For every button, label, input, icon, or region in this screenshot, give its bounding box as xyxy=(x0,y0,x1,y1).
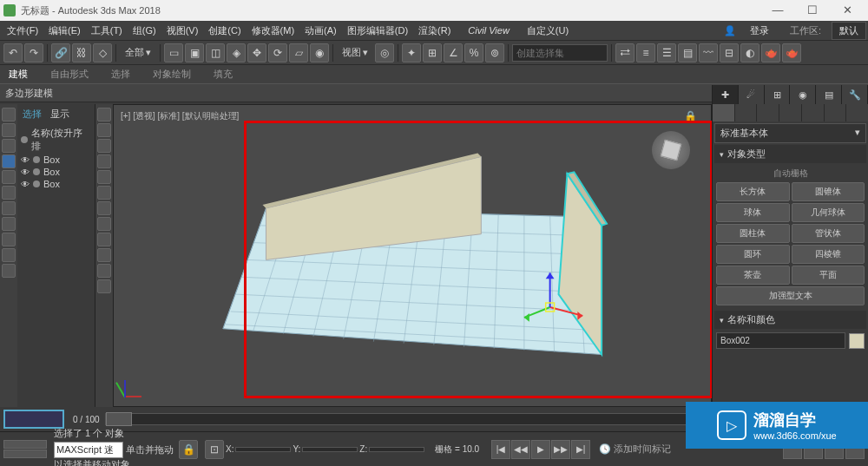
move-button[interactable]: ✥ xyxy=(247,43,266,62)
cmd-tab-display[interactable]: ▤ xyxy=(816,85,842,104)
bind-button[interactable]: ◇ xyxy=(93,43,112,62)
scene-item[interactable]: 👁 Box xyxy=(19,178,93,190)
z-input[interactable] xyxy=(369,447,424,452)
menu-file[interactable]: 文件(F) xyxy=(2,24,43,37)
setkey-button[interactable] xyxy=(3,440,47,449)
viewport-label[interactable]: [+] [透视] [标准] [默认明暗处理] xyxy=(121,110,239,122)
disp-6[interactable] xyxy=(97,186,111,200)
tool-9[interactable] xyxy=(2,233,16,246)
minimize-button[interactable]: — xyxy=(760,1,795,20)
align-button[interactable]: ≡ xyxy=(636,43,655,62)
tool-layers[interactable] xyxy=(2,123,16,137)
render-button[interactable]: 🫖 xyxy=(782,43,801,62)
y-input[interactable] xyxy=(302,447,358,452)
menu-render[interactable]: 渲染(R) xyxy=(413,24,456,37)
primitive-dropdown[interactable]: 标准基本体▾ xyxy=(714,123,866,143)
prim-textplus[interactable]: 加强型文本 xyxy=(716,286,865,305)
tool-hier[interactable] xyxy=(2,139,16,153)
ref-coord-dropdown[interactable]: 视图▾ xyxy=(337,46,373,59)
maximize-button[interactable]: ☐ xyxy=(795,1,830,20)
render-setup-button[interactable]: 🫖 xyxy=(761,43,780,62)
eye-icon[interactable]: 👁 xyxy=(21,155,30,165)
tool-8[interactable] xyxy=(2,217,16,231)
scene-item[interactable]: 👁 Box xyxy=(19,166,93,178)
material-editor-button[interactable]: ◐ xyxy=(740,43,760,62)
schematic-button[interactable]: ⊟ xyxy=(720,43,739,62)
sub-space[interactable] xyxy=(825,104,846,121)
scene-item[interactable]: 👁 Box xyxy=(19,154,93,166)
unlink-button[interactable]: ⛓ xyxy=(72,43,91,62)
select-button[interactable]: ▭ xyxy=(164,43,183,62)
menu-create[interactable]: 创建(C) xyxy=(203,24,246,37)
time-handle[interactable] xyxy=(106,412,132,426)
ribbon-tab-objpaint[interactable]: 对象绘制 xyxy=(149,66,194,82)
filter-dropdown[interactable]: 全部▾ xyxy=(120,46,156,59)
menu-civil[interactable]: Civil View xyxy=(463,25,514,36)
curve-editor-button[interactable]: 〰 xyxy=(699,43,718,62)
disp-12[interactable] xyxy=(97,279,111,293)
disp-2[interactable] xyxy=(97,123,111,137)
cmd-tab-modify[interactable]: ☄ xyxy=(739,85,765,104)
menu-modifier[interactable]: 修改器(M) xyxy=(247,24,300,37)
ribbon-tab-selection[interactable]: 选择 xyxy=(108,66,134,82)
tool-11[interactable] xyxy=(2,264,16,278)
prim-torus[interactable]: 圆环 xyxy=(716,245,790,264)
select-rect-button[interactable]: ▣ xyxy=(185,43,204,62)
maxscript-input[interactable]: MAXScript 迷 xyxy=(54,442,123,458)
goto-end-button[interactable]: ▶| xyxy=(571,440,590,459)
disp-1[interactable] xyxy=(97,108,111,121)
tool-select[interactable] xyxy=(2,108,16,121)
lock-icon[interactable]: 🔒 xyxy=(684,110,697,122)
manip-button[interactable]: ✦ xyxy=(402,43,421,62)
viewport[interactable]: [+] [透视] [标准] [默认明暗处理] 🔒 xyxy=(113,104,712,407)
prim-teapot[interactable]: 茶壶 xyxy=(716,266,790,285)
cmd-tab-hierarchy[interactable]: ⊞ xyxy=(765,85,791,104)
disp-10[interactable] xyxy=(97,248,111,262)
menu-group[interactable]: 组(G) xyxy=(128,24,161,37)
select-crossing-button[interactable]: ◈ xyxy=(227,43,246,62)
disp-7[interactable] xyxy=(97,201,111,215)
menu-anim[interactable]: 动画(A) xyxy=(299,24,342,37)
prim-pyramid[interactable]: 四棱锥 xyxy=(792,245,865,264)
scale-button[interactable]: ▱ xyxy=(289,43,308,62)
eye-icon[interactable]: 👁 xyxy=(21,180,30,189)
pivot-button[interactable]: ◎ xyxy=(375,43,394,62)
sub-lights[interactable] xyxy=(757,104,779,121)
mirror-button[interactable]: ⮂ xyxy=(615,43,635,62)
next-frame-button[interactable]: ▶▶ xyxy=(551,440,570,459)
disp-3[interactable] xyxy=(97,139,111,153)
sub-shapes[interactable] xyxy=(735,104,757,121)
sub-cameras[interactable] xyxy=(779,104,801,121)
disp-11[interactable] xyxy=(97,264,111,278)
cmd-tab-motion[interactable]: ◉ xyxy=(790,85,816,104)
tool-6[interactable] xyxy=(2,186,16,200)
tool-10[interactable] xyxy=(2,248,16,262)
sub-helpers[interactable] xyxy=(802,104,824,121)
disp-5[interactable] xyxy=(97,170,111,184)
time-track[interactable] xyxy=(105,413,708,425)
prim-cylinder[interactable]: 圆柱体 xyxy=(716,224,790,243)
rotate-button[interactable]: ⟳ xyxy=(268,43,287,62)
link-button[interactable]: 🔗 xyxy=(51,43,70,62)
color-swatch[interactable] xyxy=(849,333,865,349)
viewcube[interactable] xyxy=(652,131,690,169)
tool-7[interactable] xyxy=(2,201,16,215)
scene-tab-display[interactable]: 显示 xyxy=(50,108,69,121)
autokey-button[interactable] xyxy=(3,450,47,458)
disp-8[interactable] xyxy=(97,217,111,231)
named-selection-input[interactable] xyxy=(512,44,608,62)
goto-start-button[interactable]: |◀ xyxy=(491,440,510,459)
menu-graph[interactable]: 图形编辑器(D) xyxy=(342,24,413,37)
cmd-tab-utilities[interactable]: 🔧 xyxy=(842,85,868,104)
percent-snap-button[interactable]: % xyxy=(464,43,483,62)
eye-icon[interactable]: 👁 xyxy=(21,167,30,177)
prim-plane[interactable]: 平面 xyxy=(792,266,865,285)
menu-edit[interactable]: 编辑(E) xyxy=(43,24,86,37)
ribbon-tab-modeling[interactable]: 建模 xyxy=(5,66,31,82)
select-window-button[interactable]: ◫ xyxy=(206,43,225,62)
toggle-ribbon-button[interactable]: ▤ xyxy=(678,43,697,62)
ribbon-tab-freeform[interactable]: 自由形式 xyxy=(47,66,92,82)
add-time-tag[interactable]: 🕓 添加时间标记 xyxy=(599,443,671,456)
snap-button[interactable]: ⊞ xyxy=(423,43,442,62)
prim-tube[interactable]: 管状体 xyxy=(792,224,865,243)
